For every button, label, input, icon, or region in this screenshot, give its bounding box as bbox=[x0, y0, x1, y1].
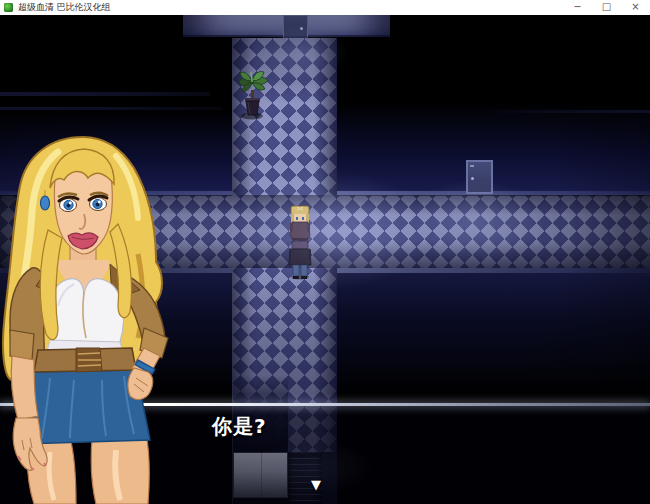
wall-trim bbox=[480, 110, 650, 113]
close-button[interactable]: × bbox=[621, 0, 650, 15]
character-sprites bbox=[288, 205, 312, 285]
window-title: 超级血清 巴比伦汉化组 bbox=[18, 0, 111, 15]
door-right-wall bbox=[466, 160, 493, 194]
sprite-player-back bbox=[289, 241, 311, 280]
plant-leaves bbox=[239, 71, 268, 91]
app-icon bbox=[4, 3, 13, 12]
door-top-wall bbox=[283, 15, 308, 38]
wall-upper-right bbox=[337, 15, 650, 195]
door-knob bbox=[471, 177, 474, 180]
maximize-button[interactable]: □ bbox=[592, 0, 621, 15]
character-portrait bbox=[0, 134, 173, 504]
plant-pot bbox=[245, 98, 260, 115]
door-knob bbox=[300, 27, 303, 30]
potted-plant bbox=[238, 69, 270, 121]
wall-base-highlight bbox=[337, 191, 650, 196]
wall-trim bbox=[0, 107, 222, 110]
game-window: 超级血清 巴比伦汉化组 − □ × bbox=[0, 0, 650, 504]
minimize-button[interactable]: − bbox=[563, 0, 592, 15]
window-controls: − □ × bbox=[563, 0, 650, 15]
sprite-blonde-npc bbox=[290, 206, 310, 245]
title-bar[interactable]: 超级血清 巴比伦汉化组 − □ × bbox=[0, 0, 650, 15]
ledge-highlight bbox=[337, 268, 650, 273]
dialogue-text: 你是? bbox=[212, 413, 267, 440]
portrait-blonde-woman bbox=[3, 137, 168, 504]
door-hinge bbox=[470, 165, 474, 167]
cuff-left bbox=[10, 330, 34, 360]
hand-right bbox=[128, 368, 153, 399]
dialogue-continue-arrow-icon[interactable]: ▼ bbox=[311, 478, 321, 491]
wall-trim bbox=[0, 92, 210, 96]
forearm-left bbox=[11, 356, 38, 420]
